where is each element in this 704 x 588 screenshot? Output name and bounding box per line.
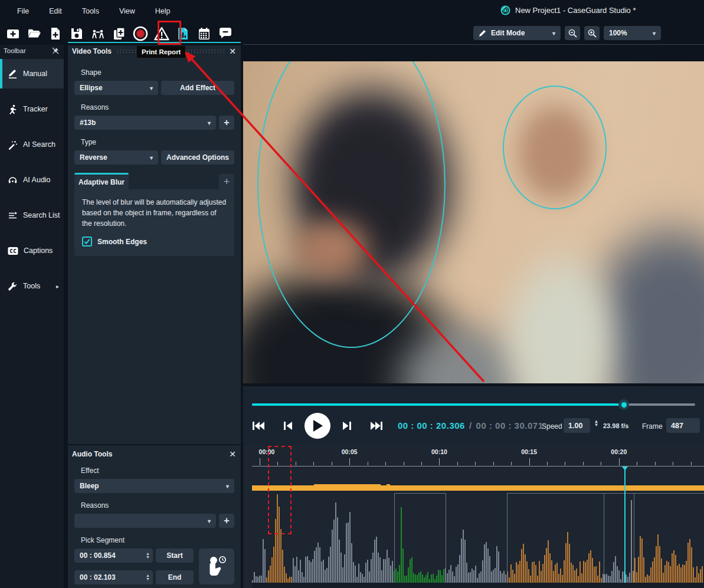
menu-help[interactable]: Help bbox=[145, 5, 181, 18]
pencil-icon bbox=[8, 69, 18, 79]
segment-end-button[interactable]: End bbox=[156, 570, 194, 584]
close-icon[interactable]: ✕ bbox=[229, 47, 236, 55]
save-project-button[interactable] bbox=[67, 24, 86, 43]
zoom-in-button[interactable] bbox=[584, 26, 600, 40]
add-reason-button[interactable]: + bbox=[219, 116, 234, 130]
sidebar-item-ai-audio[interactable]: AI Audio bbox=[0, 171, 64, 189]
reasons-dropdown[interactable]: #13b ▾ bbox=[74, 116, 216, 130]
video-track-bar[interactable] bbox=[252, 485, 704, 491]
skip-start-button[interactable] bbox=[250, 417, 267, 435]
audio-tools-header[interactable]: Audio Tools ✕ bbox=[68, 445, 241, 457]
record-button[interactable] bbox=[131, 24, 149, 43]
sidebar-item-label: AI Search bbox=[23, 140, 55, 149]
magic-wand-icon bbox=[8, 140, 18, 150]
new-project-icon bbox=[6, 27, 20, 41]
sidebar-item-label: Tools bbox=[23, 282, 40, 290]
sidebar-item-ai-search[interactable]: AI Search bbox=[0, 136, 64, 153]
segment-end-input[interactable]: 00 : 02.103 ▲▼ bbox=[74, 570, 153, 584]
duplicate-button[interactable] bbox=[110, 24, 128, 43]
timeline-ruler[interactable]: 00:0000:0500:1000:1500:20 bbox=[252, 445, 704, 467]
scheduler-button[interactable] bbox=[195, 24, 213, 43]
people-redaction-icon bbox=[91, 27, 105, 41]
prev-frame-icon bbox=[284, 421, 292, 431]
smooth-edges-checkbox[interactable] bbox=[82, 236, 92, 247]
start-stepper[interactable]: ▲▼ bbox=[143, 552, 153, 559]
reasons-value: #13b bbox=[80, 119, 96, 127]
audio-reasons-dropdown[interactable]: ▾ bbox=[74, 514, 216, 528]
pencil-icon bbox=[479, 29, 486, 37]
add-effect-button[interactable]: Add Effect bbox=[161, 81, 234, 95]
total-time: 00 : 00 : 30.071 bbox=[476, 421, 543, 431]
frame-label: Frame bbox=[642, 422, 663, 431]
menu-file[interactable]: File bbox=[7, 5, 39, 18]
effect-dropdown[interactable]: Bleep ▾ bbox=[74, 479, 234, 493]
zoom-level-dropdown[interactable]: 100% ▾ bbox=[604, 26, 661, 40]
timeline-panel: 00:0000:0500:1000:1500:20 bbox=[243, 445, 704, 588]
next-frame-button[interactable] bbox=[338, 417, 356, 435]
print-report-tooltip: Print Report bbox=[137, 46, 185, 58]
segment-start-input[interactable]: 00 : 00.854 ▲▼ bbox=[74, 548, 153, 563]
menu-edit[interactable]: Edit bbox=[39, 5, 72, 18]
speed-stepper[interactable]: ▲▼ bbox=[591, 420, 601, 427]
playhead-line[interactable] bbox=[624, 467, 626, 585]
chevron-down-icon: ▾ bbox=[552, 30, 555, 37]
pick-segment-button[interactable] bbox=[199, 548, 234, 584]
sidebar-item-tools[interactable]: Tools ▸ bbox=[0, 277, 64, 295]
add-media-button[interactable] bbox=[46, 24, 64, 43]
type-value: Reverse bbox=[80, 153, 107, 162]
waveform[interactable] bbox=[252, 493, 704, 583]
segment-start-button[interactable]: Start bbox=[156, 548, 194, 563]
comments-button[interactable] bbox=[216, 24, 234, 43]
ruler-baseline bbox=[252, 466, 704, 467]
tab-adaptive-blur[interactable]: Adaptive Blur bbox=[74, 173, 129, 189]
play-button[interactable] bbox=[304, 413, 330, 439]
add-tab-button[interactable]: + bbox=[219, 174, 234, 189]
prev-frame-button[interactable] bbox=[279, 417, 297, 435]
type-dropdown[interactable]: Reverse ▾ bbox=[74, 150, 158, 165]
video-frame[interactable] bbox=[243, 61, 704, 383]
shape-dropdown[interactable]: Ellipse ▾ bbox=[74, 81, 158, 95]
reasons-label: Reasons bbox=[81, 103, 234, 111]
end-stepper[interactable]: ▲▼ bbox=[143, 574, 153, 581]
view-controls: Edit Mode ▾ 100% ▾ bbox=[473, 26, 661, 40]
sidebar-item-label: Tracker bbox=[23, 105, 48, 113]
frame-input[interactable]: 487 bbox=[666, 418, 700, 433]
sidebar-item-search-list[interactable]: Search List bbox=[0, 206, 64, 224]
chevron-down-icon: ▾ bbox=[150, 155, 153, 161]
shape-value: Ellipse bbox=[80, 84, 103, 92]
seek-handle[interactable] bbox=[618, 399, 629, 410]
menu-view[interactable]: View bbox=[109, 5, 145, 18]
zoom-out-button[interactable] bbox=[565, 26, 580, 40]
app-logo-icon bbox=[500, 5, 510, 15]
advanced-options-button[interactable]: Advanced Options bbox=[161, 150, 234, 165]
timeline-footer bbox=[252, 583, 704, 588]
panel-title: Audio Tools bbox=[72, 450, 112, 458]
close-icon[interactable]: ✕ bbox=[229, 450, 236, 458]
duplicate-icon bbox=[112, 27, 126, 41]
mode-dropdown[interactable]: Edit Mode ▾ bbox=[473, 26, 561, 40]
cc-icon bbox=[8, 247, 18, 255]
sidebar-item-tracker[interactable]: Tracker bbox=[0, 100, 64, 118]
skip-end-button[interactable] bbox=[368, 417, 385, 435]
redaction-ellipse-right[interactable] bbox=[503, 86, 607, 209]
type-label: Type bbox=[81, 138, 234, 146]
zoom-level-value: 100% bbox=[609, 29, 627, 37]
chevron-down-icon: ▾ bbox=[150, 85, 153, 91]
open-project-button[interactable] bbox=[25, 24, 43, 43]
seek-bar[interactable] bbox=[252, 403, 695, 406]
dock-title: Toolbar bbox=[4, 47, 26, 54]
speed-label: Speed bbox=[542, 422, 562, 431]
add-audio-reason-button[interactable]: + bbox=[219, 514, 234, 528]
runner-icon bbox=[8, 104, 18, 114]
menu-tools[interactable]: Tools bbox=[72, 5, 109, 18]
toolbar-separator bbox=[243, 44, 704, 45]
redaction-button[interactable] bbox=[89, 24, 107, 43]
sidebar-item-manual[interactable]: Manual bbox=[0, 59, 64, 88]
selected-segment-box[interactable] bbox=[268, 446, 292, 534]
speed-input[interactable]: 1.00 bbox=[564, 418, 590, 433]
time-display: 00 : 00 : 20.306 / 00 : 00 : 30.071 bbox=[398, 421, 543, 431]
sidebar-item-captions[interactable]: Captions bbox=[0, 242, 64, 259]
new-project-button[interactable] bbox=[4, 24, 22, 43]
comment-icon bbox=[218, 27, 233, 41]
unpin-icon[interactable] bbox=[52, 47, 59, 54]
